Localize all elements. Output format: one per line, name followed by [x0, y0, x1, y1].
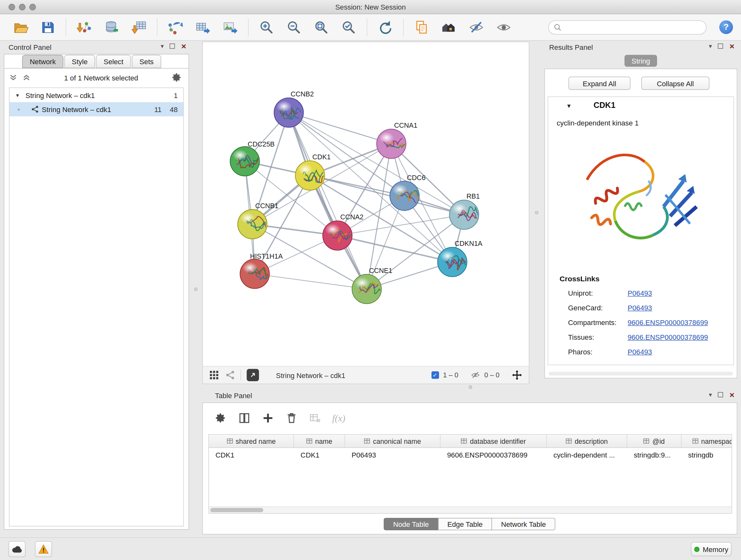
- network-overview-button[interactable]: [441, 19, 457, 35]
- export-table-button[interactable]: [195, 19, 211, 35]
- splitter-handle[interactable]: [469, 385, 472, 388]
- table-row[interactable]: CDK1 CDK1 P06493 9606.ENSP00000378699 cy…: [209, 448, 732, 461]
- memory-button[interactable]: Memory: [691, 542, 731, 556]
- external-link-icon: [250, 372, 256, 378]
- cell-namespace: stringdb: [681, 450, 732, 458]
- close-panel-button[interactable]: ×: [181, 43, 186, 50]
- expand-all-icon[interactable]: [22, 73, 31, 82]
- crosslink-row: GeneCard: P06493: [548, 304, 734, 318]
- table-horizontal-scrollbar: [209, 507, 732, 513]
- zoom-out-button[interactable]: [286, 19, 302, 35]
- network-view-toolbar: String Network – cdk1 ✓ 1 – 0 0 – 0: [203, 366, 529, 384]
- annotations-button[interactable]: [414, 19, 429, 35]
- protein-structure-image: [578, 135, 705, 271]
- export-image-button[interactable]: [222, 19, 238, 35]
- float-panel-button[interactable]: ▾: [160, 43, 164, 50]
- grid-view-icon[interactable]: [209, 370, 219, 380]
- float-panel-button[interactable]: ▾: [709, 43, 712, 50]
- export-network-button[interactable]: [167, 19, 183, 35]
- open-session-button[interactable]: [12, 19, 28, 35]
- cloud-button[interactable]: [9, 541, 25, 557]
- protein-card: ▼ CDK1 cyclin-dependent kinase 1: [548, 97, 734, 365]
- tab-sets[interactable]: Sets: [132, 55, 161, 68]
- hide-details-button[interactable]: [468, 19, 484, 35]
- tab-select[interactable]: Select: [96, 55, 131, 68]
- network-canvas[interactable]: CCNB2CCNA1CDC25BCDK1CDC6RB1CCNB1CCNA2CDK…: [203, 42, 529, 366]
- memory-status-dot: [694, 547, 699, 552]
- node-label: CDC25B: [248, 140, 275, 148]
- table-settings-button[interactable]: [214, 412, 227, 425]
- search-input[interactable]: [565, 21, 706, 34]
- warning-button[interactable]: [35, 541, 52, 557]
- import-network-button[interactable]: [76, 19, 92, 35]
- crosslink-link[interactable]: 9606.ENSP00000378699: [628, 318, 708, 326]
- column-header-shared-name[interactable]: shared name: [209, 435, 294, 447]
- collapse-all-icon[interactable]: [9, 73, 17, 82]
- network-node-ccnb1[interactable]: CCNB1: [238, 202, 279, 239]
- expand-all-button[interactable]: Expand All: [569, 77, 630, 90]
- help-button[interactable]: ?: [719, 20, 733, 34]
- add-column-button[interactable]: [261, 412, 274, 425]
- column-header-name[interactable]: name: [294, 435, 345, 447]
- birdseye-icon[interactable]: [225, 370, 235, 380]
- splitter-handle[interactable]: [194, 288, 198, 291]
- node-label: CDC6: [407, 174, 425, 182]
- float-panel-button[interactable]: ▾: [709, 391, 712, 398]
- collapse-all-button[interactable]: Collapse All: [642, 77, 710, 90]
- delete-table-button[interactable]: [309, 412, 322, 425]
- card-collapse-arrow[interactable]: ▼: [566, 103, 572, 109]
- save-session-button[interactable]: [40, 19, 56, 35]
- import-table-icon: [131, 19, 147, 35]
- import-database-button[interactable]: [104, 19, 119, 35]
- import-table-button[interactable]: [131, 19, 147, 35]
- network-node-hist1h1a[interactable]: HIST1H1A: [240, 253, 283, 288]
- maximize-panel-button[interactable]: [718, 44, 723, 49]
- results-scrollbar[interactable]: [549, 372, 733, 375]
- column-header-description[interactable]: description: [547, 435, 627, 447]
- zoom-in-button[interactable]: [259, 19, 274, 35]
- selection-checkbox[interactable]: ✓: [431, 371, 439, 379]
- tree-expander-icon[interactable]: ▼: [15, 92, 20, 98]
- crosslink-label: GeneCard:: [568, 304, 603, 312]
- tab-network[interactable]: Network: [22, 55, 64, 68]
- footer-divider: [0, 537, 741, 538]
- search-box[interactable]: [548, 20, 706, 35]
- tab-node-table[interactable]: Node Table: [384, 518, 438, 530]
- crosslink-link[interactable]: P06493: [628, 304, 652, 312]
- detach-view-button[interactable]: [247, 369, 259, 381]
- zoom-fit-button[interactable]: [313, 19, 329, 35]
- show-details-button[interactable]: [495, 19, 512, 35]
- network-node-cdc25b[interactable]: CDC25B: [230, 140, 274, 176]
- splitter-handle[interactable]: [535, 211, 538, 214]
- column-header-canonical-name[interactable]: canonical name: [345, 435, 441, 447]
- maximize-panel-button[interactable]: [170, 44, 175, 49]
- string-tab[interactable]: String: [624, 55, 657, 67]
- column-header-id[interactable]: @id: [627, 435, 681, 447]
- scrollbar-thumb[interactable]: [210, 508, 263, 512]
- tree-network-row[interactable]: ● String Network – cdk1 11 48: [10, 102, 184, 116]
- delete-column-button[interactable]: [285, 412, 298, 425]
- close-panel-button[interactable]: ×: [730, 43, 735, 50]
- apply-layout-button[interactable]: [377, 19, 393, 35]
- crosslink-link[interactable]: 9606.ENSP00000378699: [628, 333, 708, 341]
- tree-root-row[interactable]: ▼ String Network – cdk1 1: [10, 88, 184, 102]
- network-node-cdkn1a[interactable]: CDKN1A: [437, 240, 482, 276]
- column-header-namespace[interactable]: namespace: [681, 435, 732, 447]
- zoom-selected-button[interactable]: [341, 19, 357, 35]
- column-header-database-identifier[interactable]: database identifier: [441, 435, 547, 447]
- gear-icon[interactable]: [172, 72, 182, 83]
- network-node-ccna1[interactable]: CCNA1: [377, 122, 417, 159]
- function-builder-button[interactable]: f(x): [332, 413, 345, 424]
- crosslink-link[interactable]: P06493: [628, 348, 652, 356]
- maximize-panel-button[interactable]: [718, 392, 723, 397]
- show-columns-button[interactable]: [238, 412, 251, 425]
- close-panel-button[interactable]: ×: [730, 391, 735, 398]
- tab-edge-table[interactable]: Edge Table: [438, 518, 492, 530]
- network-node-ccnb2[interactable]: CCNB2: [274, 90, 314, 127]
- crosslink-link[interactable]: P06493: [628, 289, 652, 297]
- network-node-cdc6[interactable]: CDC6: [390, 174, 426, 210]
- tab-style[interactable]: Style: [64, 55, 95, 68]
- pan-tool-icon[interactable]: [512, 370, 522, 380]
- network-node-rb1[interactable]: RB1: [449, 192, 481, 229]
- tab-network-table[interactable]: Network Table: [492, 518, 556, 530]
